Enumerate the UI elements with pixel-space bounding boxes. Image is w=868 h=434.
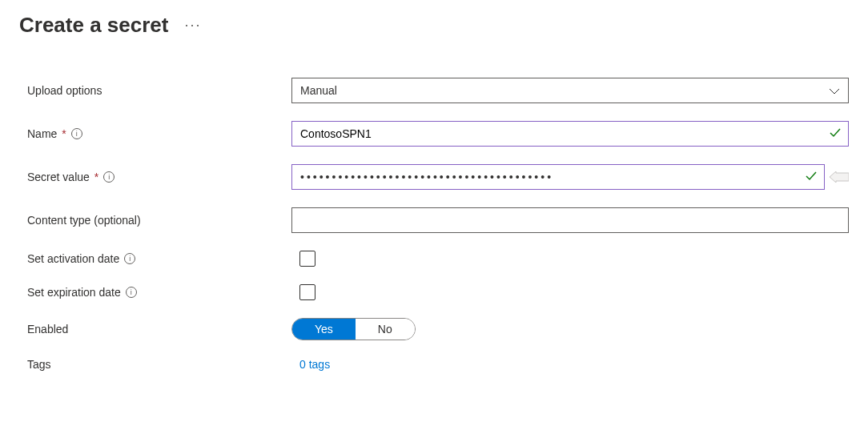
activation-date-row: Set activation date i xyxy=(19,251,849,267)
required-asterisk-icon: * xyxy=(62,127,66,140)
upload-options-row: Upload options Manual xyxy=(19,78,849,103)
upload-options-value: Manual xyxy=(300,84,337,97)
tags-label-text: Tags xyxy=(27,358,51,371)
tags-link[interactable]: 0 tags xyxy=(299,358,330,371)
enabled-label-text: Enabled xyxy=(27,323,68,336)
enabled-label: Enabled xyxy=(19,323,291,336)
page-title: Create a secret xyxy=(19,13,168,38)
activation-date-label-text: Set activation date xyxy=(27,252,119,265)
secret-value-row: Secret value * i •••••••••••••••••••••••… xyxy=(19,164,849,190)
secret-value-label-text: Secret value xyxy=(27,171,90,183)
info-icon[interactable]: i xyxy=(71,128,82,139)
content-type-row: Content type (optional) xyxy=(19,207,849,233)
name-label-text: Name xyxy=(27,127,57,140)
expiration-date-row: Set expiration date i xyxy=(19,284,849,300)
upload-options-select[interactable]: Manual xyxy=(291,78,849,103)
secret-value-label: Secret value * i xyxy=(19,171,291,183)
chevron-down-icon xyxy=(829,84,840,97)
expiration-date-label-text: Set expiration date xyxy=(27,286,121,299)
activation-date-checkbox[interactable] xyxy=(299,251,315,267)
info-icon[interactable]: i xyxy=(103,171,115,183)
content-type-label: Content type (optional) xyxy=(19,214,291,227)
name-label: Name * i xyxy=(19,127,291,140)
upload-options-label: Upload options xyxy=(19,84,291,97)
expiration-date-checkbox[interactable] xyxy=(299,284,315,300)
expiration-date-label: Set expiration date i xyxy=(19,286,291,299)
secret-value-masked: •••••••••••••••••••••••••••••••••••••••• xyxy=(300,171,553,183)
name-input[interactable] xyxy=(291,121,849,147)
name-row: Name * i xyxy=(19,121,849,147)
activation-date-label: Set activation date i xyxy=(19,252,291,265)
content-type-label-text: Content type (optional) xyxy=(27,214,141,227)
info-icon[interactable]: i xyxy=(124,253,135,264)
page-header: Create a secret ··· xyxy=(19,13,849,38)
required-asterisk-icon: * xyxy=(94,171,98,183)
enabled-toggle-yes[interactable]: Yes xyxy=(292,319,356,340)
enabled-toggle: Yes No xyxy=(291,318,416,340)
enabled-toggle-no[interactable]: No xyxy=(356,319,415,340)
arrow-left-icon xyxy=(830,171,849,183)
tags-label: Tags xyxy=(19,358,291,371)
info-icon[interactable]: i xyxy=(126,287,137,298)
secret-value-input[interactable]: •••••••••••••••••••••••••••••••••••••••• xyxy=(291,164,825,190)
enabled-row: Enabled Yes No xyxy=(19,318,849,340)
content-type-input[interactable] xyxy=(291,207,849,233)
more-actions-icon[interactable]: ··· xyxy=(184,17,201,34)
upload-options-label-text: Upload options xyxy=(27,84,102,97)
tags-row: Tags 0 tags xyxy=(19,358,849,371)
